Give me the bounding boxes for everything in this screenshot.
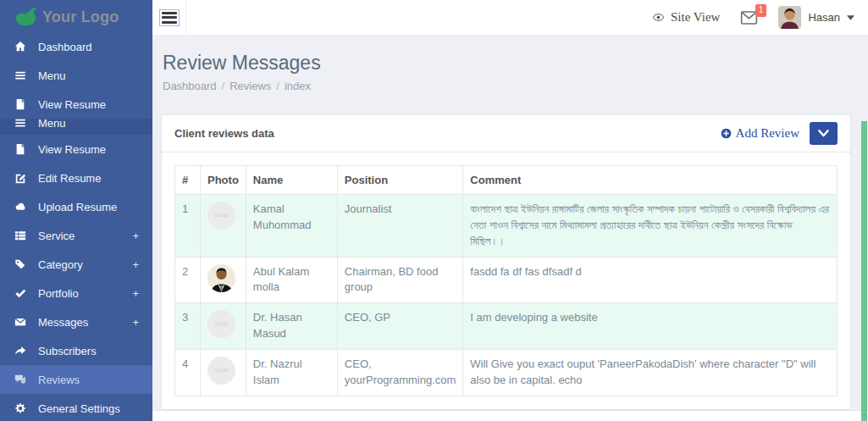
topbar-right: Site View 1 Hasan [651, 6, 868, 29]
messages-button[interactable]: 1 [740, 11, 758, 25]
sidebar-item-label: Reviews [38, 374, 152, 386]
expand-plus-icon: + [132, 230, 139, 242]
sidebar-item-messages[interactable]: Messages+ [0, 307, 152, 336]
cell-num: 1 [175, 195, 201, 258]
cloud-icon [14, 200, 27, 213]
breadcrumb-index: index [285, 80, 311, 92]
sidebar-item-view-resume[interactable]: View Resume [0, 90, 152, 119]
sidebar-item-category[interactable]: Category+ [0, 250, 152, 279]
chevron-down-icon [818, 130, 829, 137]
sidebar-item-label: Menu [38, 119, 152, 130]
rabbit-logo-icon [12, 7, 37, 29]
site-view-link[interactable]: Site View [651, 10, 720, 25]
sidebar-item-label: Portfolio [38, 287, 132, 300]
cell-num: 3 [175, 303, 201, 350]
main-content: Review Messages Dashboard/Reviews/index … [152, 35, 868, 410]
sidebar-item-view-resume[interactable]: View Resume [0, 135, 152, 163]
sidebar-item-portfolio[interactable]: Portfolio+ [0, 279, 152, 307]
cell-comment: I am developing a website [463, 303, 838, 350]
eye-icon [651, 12, 666, 23]
breadcrumb: Dashboard/Reviews/index [163, 80, 851, 92]
card-tools: Add Review [721, 122, 838, 145]
file-icon [14, 142, 27, 156]
sidebar-item-service[interactable]: Service+ [0, 221, 152, 250]
breadcrumb-reviews[interactable]: Reviews [229, 80, 271, 92]
sidebar-item-menu[interactable]: Menu [0, 61, 152, 90]
table-row: 430x30Dr. Nazrul IslamCEO, yourProgrammi… [175, 349, 838, 396]
reviews-card: Client reviews data Add Review #PhotoNa [161, 114, 851, 410]
sidebar-item-label: Dashboard [38, 41, 152, 53]
site-view-label: Site View [671, 10, 720, 25]
add-review-label: Add Review [736, 126, 799, 141]
sidebar-item-upload-resume[interactable]: Upload Resume [0, 192, 152, 221]
add-review-button[interactable]: Add Review [721, 126, 799, 141]
table-row: 330x30Dr. Hasan MasudCEO, GPI am develop… [175, 303, 838, 350]
cell-comment: বাংলাদেশ ছাত্র ইউনিয়ন রাঙ্গামাটির জেলার… [463, 195, 838, 258]
client-photo [207, 264, 235, 292]
photo-placeholder: 30x30 [207, 310, 235, 338]
expand-plus-icon: + [132, 258, 139, 271]
cell-photo: 30x30 [201, 303, 246, 350]
column-header-name: Name [246, 166, 337, 195]
expand-plus-icon: + [132, 316, 139, 329]
topbar: Site View 1 Hasan [152, 0, 868, 35]
sidebar-toggle-wrap [152, 0, 186, 35]
sidebar-item-label: Category [38, 258, 132, 271]
sidebar-item-label: View Resume [38, 98, 152, 111]
user-avatar [778, 6, 801, 29]
cell-name: Dr. Nazrul Islam [246, 349, 337, 396]
column-header-comment: Comment [463, 166, 838, 195]
photo-placeholder: 30x30 [207, 202, 235, 230]
sidebar-item-subscribers[interactable]: Subscribers [0, 336, 152, 365]
bars-icon [14, 69, 27, 82]
cell-num: 4 [175, 349, 201, 396]
home-icon [14, 40, 27, 53]
cell-num: 2 [175, 257, 201, 303]
cell-position: CEO, yourProgramming.com [337, 349, 462, 396]
card-title: Client reviews data [174, 127, 274, 140]
sidebar-item-label: Service [38, 230, 132, 242]
vertical-scrollbar[interactable] [861, 121, 867, 421]
table-row: 130x30Kamal MuhommadJournalistবাংলাদেশ ছ… [175, 195, 838, 258]
cell-photo [201, 257, 246, 303]
cell-position: CEO, GP [337, 303, 462, 350]
right-pane: Site View 1 Hasan [152, 0, 868, 421]
gears-icon [14, 402, 27, 415]
cell-comment: fasdd fa df fas dfsadf d [463, 257, 838, 303]
logo-text: Your Logo [42, 8, 119, 26]
sidebar-item-general-settings[interactable]: General Settings [0, 394, 152, 421]
file-icon [14, 97, 27, 111]
collapse-button[interactable] [810, 122, 838, 145]
plus-circle-icon [721, 128, 732, 139]
cell-name: Dr. Hasan Masud [246, 303, 337, 350]
user-menu[interactable]: Hasan [778, 6, 854, 29]
footer: 2017 © localhost. By yourProgramming [152, 410, 868, 421]
cell-position: Chairman, BD food group [337, 257, 462, 303]
share-icon [14, 344, 27, 357]
column-header-num: # [175, 166, 201, 195]
table-row: 2Abul Kalam mollaChairman, BD food group… [175, 257, 838, 303]
sidebar-toggle-button[interactable] [160, 10, 179, 25]
cell-comment: Will Give you exact ouput 'PaneerPakodaD… [463, 349, 838, 396]
sidebar-item-dashboard[interactable]: Dashboard [0, 32, 152, 61]
comments-icon [14, 373, 27, 386]
sidebar-item-label: Edit Resume [38, 172, 152, 185]
cell-photo: 30x30 [201, 349, 246, 396]
sidebar-item-menu[interactable]: Menu [0, 119, 152, 135]
edit-icon [14, 171, 27, 185]
sidebar-item-edit-resume[interactable]: Edit Resume [0, 163, 152, 192]
breadcrumb-dashboard[interactable]: Dashboard [163, 80, 217, 92]
bars-icon [14, 119, 27, 130]
cell-name: Abul Kalam molla [246, 257, 337, 303]
th-list-icon [14, 229, 27, 242]
reviews-table: #PhotoNamePositionComment 130x30Kamal Mu… [174, 165, 838, 396]
logo-link[interactable]: Your Logo [0, 0, 152, 32]
check-icon [14, 286, 27, 300]
user-name: Hasan [808, 11, 840, 24]
column-header-photo: Photo [201, 166, 246, 195]
envelope-icon [14, 315, 27, 329]
sidebar-item-reviews[interactable]: Reviews [0, 365, 152, 394]
tags-icon [14, 258, 27, 271]
column-header-position: Position [337, 166, 462, 195]
cell-name: Kamal Muhommad [246, 195, 337, 258]
